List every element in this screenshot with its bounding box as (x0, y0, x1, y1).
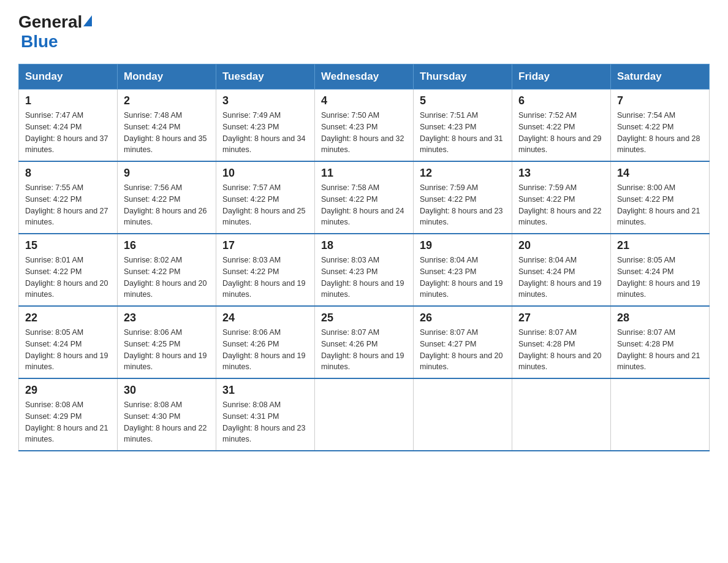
day-number: 7 (617, 94, 703, 107)
day-info: Sunrise: 7:50 AMSunset: 4:23 PMDaylight:… (321, 110, 407, 156)
calendar-day-cell: 23Sunrise: 8:06 AMSunset: 4:25 PMDayligh… (118, 306, 216, 378)
calendar-day-cell: 2Sunrise: 7:48 AMSunset: 4:24 PMDaylight… (118, 90, 216, 162)
day-of-week-header: Friday (512, 64, 611, 90)
day-info: Sunrise: 7:59 AMSunset: 4:22 PMDaylight:… (420, 182, 506, 228)
page-header: General Blue (18, 12, 710, 52)
calendar-day-cell: 16Sunrise: 8:02 AMSunset: 4:22 PMDayligh… (118, 234, 216, 306)
calendar-day-cell: 27Sunrise: 8:07 AMSunset: 4:28 PMDayligh… (512, 306, 611, 378)
calendar-day-cell: 31Sunrise: 8:08 AMSunset: 4:31 PMDayligh… (216, 378, 315, 451)
logo-triangle-icon (83, 15, 92, 26)
calendar-day-cell: 18Sunrise: 8:03 AMSunset: 4:23 PMDayligh… (315, 234, 414, 306)
day-info: Sunrise: 8:03 AMSunset: 4:22 PMDaylight:… (222, 255, 308, 301)
day-info: Sunrise: 8:07 AMSunset: 4:28 PMDaylight:… (617, 327, 703, 373)
day-info: Sunrise: 8:08 AMSunset: 4:29 PMDaylight:… (25, 399, 111, 445)
day-number: 17 (222, 239, 308, 252)
calendar-day-cell: 11Sunrise: 7:58 AMSunset: 4:22 PMDayligh… (315, 161, 414, 234)
day-number: 24 (222, 312, 308, 324)
calendar-day-cell: 20Sunrise: 8:04 AMSunset: 4:24 PMDayligh… (512, 234, 611, 306)
day-info: Sunrise: 7:52 AMSunset: 4:22 PMDaylight:… (518, 110, 604, 156)
day-number: 19 (420, 239, 506, 252)
day-info: Sunrise: 7:49 AMSunset: 4:23 PMDaylight:… (222, 110, 308, 156)
day-number: 29 (25, 384, 111, 397)
day-info: Sunrise: 7:48 AMSunset: 4:24 PMDaylight:… (124, 110, 210, 156)
day-number: 13 (518, 167, 604, 180)
day-number: 20 (518, 239, 604, 252)
calendar-day-cell: 26Sunrise: 8:07 AMSunset: 4:27 PMDayligh… (414, 306, 512, 378)
calendar-day-cell: 6Sunrise: 7:52 AMSunset: 4:22 PMDaylight… (512, 90, 611, 162)
calendar-day-cell: 12Sunrise: 7:59 AMSunset: 4:22 PMDayligh… (414, 161, 512, 234)
day-number: 23 (124, 312, 210, 324)
calendar-day-cell: 8Sunrise: 7:55 AMSunset: 4:22 PMDaylight… (19, 161, 118, 234)
calendar-header-row: SundayMondayTuesdayWednesdayThursdayFrid… (19, 64, 710, 90)
logo-blue-text: Blue (21, 32, 92, 52)
calendar-day-cell: 3Sunrise: 7:49 AMSunset: 4:23 PMDaylight… (216, 90, 315, 162)
day-info: Sunrise: 8:00 AMSunset: 4:22 PMDaylight:… (617, 182, 703, 228)
day-info: Sunrise: 8:05 AMSunset: 4:24 PMDaylight:… (25, 327, 111, 373)
day-info: Sunrise: 8:02 AMSunset: 4:22 PMDaylight:… (124, 255, 210, 301)
calendar-day-cell: 24Sunrise: 8:06 AMSunset: 4:26 PMDayligh… (216, 306, 315, 378)
calendar-week-row: 22Sunrise: 8:05 AMSunset: 4:24 PMDayligh… (19, 306, 710, 378)
day-info: Sunrise: 7:57 AMSunset: 4:22 PMDaylight:… (222, 182, 308, 228)
calendar-week-row: 1Sunrise: 7:47 AMSunset: 4:24 PMDaylight… (19, 90, 710, 162)
day-info: Sunrise: 8:07 AMSunset: 4:27 PMDaylight:… (420, 327, 506, 373)
calendar-day-cell: 5Sunrise: 7:51 AMSunset: 4:23 PMDaylight… (414, 90, 512, 162)
calendar-week-row: 29Sunrise: 8:08 AMSunset: 4:29 PMDayligh… (19, 378, 710, 451)
day-number: 22 (25, 312, 111, 324)
day-info: Sunrise: 8:01 AMSunset: 4:22 PMDaylight:… (25, 255, 111, 301)
day-number: 31 (222, 384, 308, 397)
calendar-day-cell: 21Sunrise: 8:05 AMSunset: 4:24 PMDayligh… (611, 234, 710, 306)
day-number: 27 (518, 312, 604, 324)
day-number: 28 (617, 312, 703, 324)
day-of-week-header: Monday (118, 64, 216, 90)
day-info: Sunrise: 8:05 AMSunset: 4:24 PMDaylight:… (617, 255, 703, 301)
day-of-week-header: Saturday (611, 64, 710, 90)
day-number: 18 (321, 239, 407, 252)
calendar-day-cell: 13Sunrise: 7:59 AMSunset: 4:22 PMDayligh… (512, 161, 611, 234)
day-of-week-header: Thursday (414, 64, 512, 90)
day-info: Sunrise: 7:58 AMSunset: 4:22 PMDaylight:… (321, 182, 407, 228)
calendar-day-cell: 15Sunrise: 8:01 AMSunset: 4:22 PMDayligh… (19, 234, 118, 306)
day-of-week-header: Sunday (19, 64, 118, 90)
calendar-day-cell (611, 378, 710, 451)
day-info: Sunrise: 7:56 AMSunset: 4:22 PMDaylight:… (124, 182, 210, 228)
calendar-day-cell: 25Sunrise: 8:07 AMSunset: 4:26 PMDayligh… (315, 306, 414, 378)
calendar-day-cell: 14Sunrise: 8:00 AMSunset: 4:22 PMDayligh… (611, 161, 710, 234)
calendar-day-cell: 9Sunrise: 7:56 AMSunset: 4:22 PMDaylight… (118, 161, 216, 234)
day-number: 30 (124, 384, 210, 397)
logo-general-text: General (18, 12, 82, 32)
day-number: 2 (124, 94, 210, 107)
day-number: 6 (518, 94, 604, 107)
calendar-day-cell: 29Sunrise: 8:08 AMSunset: 4:29 PMDayligh… (19, 378, 118, 451)
day-info: Sunrise: 8:04 AMSunset: 4:24 PMDaylight:… (518, 255, 604, 301)
day-info: Sunrise: 8:07 AMSunset: 4:28 PMDaylight:… (518, 327, 604, 373)
calendar-day-cell: 22Sunrise: 8:05 AMSunset: 4:24 PMDayligh… (19, 306, 118, 378)
day-of-week-header: Wednesday (315, 64, 414, 90)
calendar-day-cell: 30Sunrise: 8:08 AMSunset: 4:30 PMDayligh… (118, 378, 216, 451)
day-number: 5 (420, 94, 506, 107)
calendar-week-row: 8Sunrise: 7:55 AMSunset: 4:22 PMDaylight… (19, 161, 710, 234)
day-info: Sunrise: 7:47 AMSunset: 4:24 PMDaylight:… (25, 110, 111, 156)
calendar-day-cell: 7Sunrise: 7:54 AMSunset: 4:22 PMDaylight… (611, 90, 710, 162)
day-number: 12 (420, 167, 506, 180)
day-info: Sunrise: 7:51 AMSunset: 4:23 PMDaylight:… (420, 110, 506, 156)
day-number: 25 (321, 312, 407, 324)
day-number: 16 (124, 239, 210, 252)
calendar-day-cell (414, 378, 512, 451)
calendar-day-cell: 28Sunrise: 8:07 AMSunset: 4:28 PMDayligh… (611, 306, 710, 378)
day-number: 4 (321, 94, 407, 107)
calendar-week-row: 15Sunrise: 8:01 AMSunset: 4:22 PMDayligh… (19, 234, 710, 306)
day-info: Sunrise: 8:08 AMSunset: 4:30 PMDaylight:… (124, 399, 210, 445)
day-number: 14 (617, 167, 703, 180)
day-number: 15 (25, 239, 111, 252)
day-info: Sunrise: 8:06 AMSunset: 4:26 PMDaylight:… (222, 327, 308, 373)
day-info: Sunrise: 8:08 AMSunset: 4:31 PMDaylight:… (222, 399, 308, 445)
day-info: Sunrise: 8:06 AMSunset: 4:25 PMDaylight:… (124, 327, 210, 373)
calendar-day-cell: 19Sunrise: 8:04 AMSunset: 4:23 PMDayligh… (414, 234, 512, 306)
day-info: Sunrise: 8:03 AMSunset: 4:23 PMDaylight:… (321, 255, 407, 301)
day-number: 3 (222, 94, 308, 107)
calendar-day-cell (512, 378, 611, 451)
calendar-day-cell: 17Sunrise: 8:03 AMSunset: 4:22 PMDayligh… (216, 234, 315, 306)
day-info: Sunrise: 8:07 AMSunset: 4:26 PMDaylight:… (321, 327, 407, 373)
day-info: Sunrise: 7:55 AMSunset: 4:22 PMDaylight:… (25, 182, 111, 228)
calendar-day-cell: 4Sunrise: 7:50 AMSunset: 4:23 PMDaylight… (315, 90, 414, 162)
